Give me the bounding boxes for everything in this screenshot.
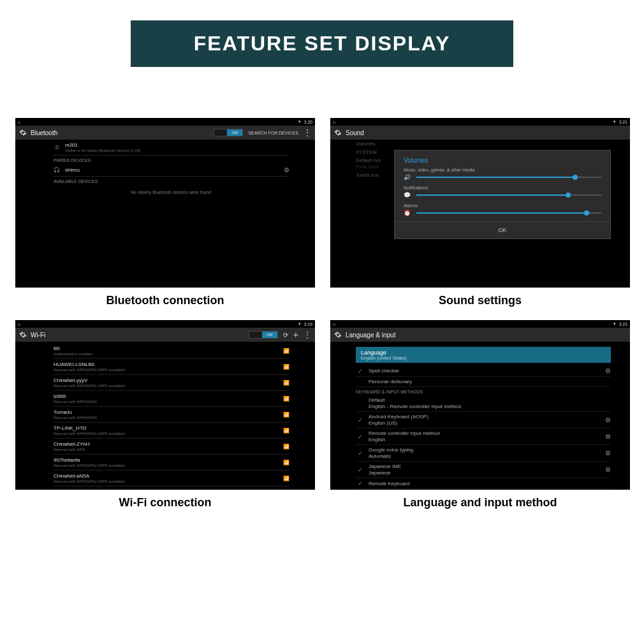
- search-devices-button[interactable]: SEARCH FOR DEVICES: [248, 131, 298, 135]
- device-self-row[interactable]: ✆m201Visible to all nearby Bluetooth dev…: [54, 140, 289, 156]
- clock: 3:21: [618, 120, 627, 124]
- screen-wifi: ⌂ ▾3:19 Wi-Fi ON ⟳ + ⋮ BKAuthentication …: [15, 320, 315, 490]
- input-method-row[interactable]: ✓Remote Keyboard: [356, 478, 611, 489]
- home-icon: ⌂: [333, 120, 335, 124]
- alarm-slider[interactable]: [416, 212, 601, 214]
- wifi-signal-icon: 📶: [283, 364, 289, 370]
- screen-sound: ⌂ ▾3:21 Sound Volumes SYSTEM Default not…: [330, 118, 630, 288]
- volumes-dialog: Volumes Music, video, games, & other med…: [394, 150, 611, 239]
- page-title: Bluetooth: [31, 129, 57, 136]
- settings-icon[interactable]: ⚙: [605, 450, 611, 457]
- clock: 3:20: [304, 120, 312, 124]
- default-kbd-row[interactable]: DefaultEnglish - Remote controller input…: [356, 395, 611, 412]
- settings-icon[interactable]: ⚙: [605, 367, 611, 374]
- caption-bluetooth: Bluetooth connection: [15, 294, 315, 307]
- cell-sound: ⌂ ▾3:21 Sound Volumes SYSTEM Default not…: [330, 118, 630, 307]
- screenshot-grid: ⌂ ▾3:20 Bluetooth ON SEARCH FOR DEVICES …: [0, 67, 644, 522]
- check-icon: ✓: [356, 417, 365, 423]
- gear-icon: [334, 331, 342, 339]
- check-icon: ✓: [356, 450, 365, 457]
- media-slider[interactable]: [416, 177, 601, 178]
- paired-section: PAIRED DEVICES: [54, 156, 289, 164]
- gear-icon: [19, 331, 27, 339]
- wifi-signal-icon: 📶: [283, 396, 289, 402]
- alarm-icon: ⏰: [404, 210, 411, 216]
- wifi-network-row[interactable]: ChinaNet-aN5ASecured with WPA/WPA2 (WPS …: [54, 471, 289, 487]
- wifi-status-icon: ▾: [613, 321, 616, 326]
- cell-wifi: ⌂ ▾3:19 Wi-Fi ON ⟳ + ⋮ BKAuthentication …: [15, 320, 315, 509]
- page-title: Wi-Fi: [31, 332, 45, 339]
- caption-sound: Sound settings: [330, 294, 630, 307]
- input-method-row[interactable]: ✓Japanese IMEJapanese⚙: [356, 462, 611, 478]
- settings-icon[interactable]: ⚙: [605, 416, 611, 423]
- page-title: Language & input: [346, 332, 395, 339]
- media-label: Music, video, games, & other media: [404, 168, 601, 172]
- ok-button[interactable]: OK: [395, 221, 610, 238]
- spell-checker-row[interactable]: ✓Spell checker ⚙: [356, 365, 611, 377]
- notif-slider[interactable]: [416, 194, 601, 196]
- wifi-network-row[interactable]: HUAWEI-LSNLB6Secured with WPA/WPA2 (WPS …: [54, 359, 289, 375]
- clock: 3:19: [304, 322, 312, 326]
- wifi-network-row[interactable]: ChinaNet-ZYhHSecured with WPA📶: [54, 439, 289, 455]
- input-method-row[interactable]: ✓Remote controller input methodEnglish⚙: [356, 428, 611, 445]
- gear-icon: [19, 129, 27, 136]
- settings-icon[interactable]: ⚙: [605, 466, 611, 473]
- personal-dict-row[interactable]: Personal dictionary: [356, 377, 611, 387]
- gear-icon: [334, 129, 342, 136]
- speaker-icon: 🔊: [404, 174, 411, 180]
- wifi-network-row[interactable]: BKAuthentication problem📶: [54, 343, 289, 359]
- dialog-title: Volumes: [404, 157, 601, 164]
- keyboard-section: KEYBOARD & INPUT METHODS: [356, 387, 611, 395]
- wifi-signal-icon: 📶: [283, 428, 289, 434]
- cell-bluetooth: ⌂ ▾3:20 Bluetooth ON SEARCH FOR DEVICES …: [15, 118, 315, 307]
- device-settings-icon[interactable]: ⚙: [284, 166, 289, 173]
- wifi-network-row[interactable]: TornadoSecured with WPA/WPA2📶: [54, 407, 289, 423]
- check-icon: ✓: [356, 434, 365, 440]
- wifi-signal-icon: 📶: [283, 444, 289, 450]
- home-icon: ⌂: [18, 120, 20, 124]
- speech-section: SPEECH: [356, 489, 611, 490]
- overflow-menu-icon[interactable]: ⋮: [304, 332, 311, 337]
- screen-lang: ⌂ ▾3:23 Language & input LanguageEnglish…: [330, 320, 630, 490]
- check-icon: ✓: [356, 480, 365, 487]
- banner-title: FEATURE SET DISPLAY: [131, 20, 513, 67]
- overflow-menu-icon[interactable]: ⋮: [304, 130, 311, 135]
- wifi-signal-icon: 📶: [283, 380, 289, 386]
- wifi-network-row[interactable]: 907helianfaSecured with WPA/WPA2 (WPS av…: [54, 455, 289, 471]
- statusbar: ⌂ ▾3:21: [330, 118, 630, 126]
- wifi-signal-icon: 📶: [283, 476, 289, 481]
- home-icon: ⌂: [18, 322, 20, 326]
- statusbar: ⌂ ▾3:19: [15, 320, 315, 328]
- wifi-toggle[interactable]: ON: [249, 331, 278, 339]
- statusbar: ⌂ ▾3:23: [330, 320, 630, 328]
- cell-lang: ⌂ ▾3:23 Language & input LanguageEnglish…: [330, 320, 630, 509]
- wifi-network-row[interactable]: lz888Secured with WPA/WPA2📶: [54, 391, 289, 407]
- header-lang: Language & input: [330, 328, 630, 342]
- wifi-status-icon: ▾: [613, 119, 616, 124]
- screen-bluetooth: ⌂ ▾3:20 Bluetooth ON SEARCH FOR DEVICES …: [15, 118, 315, 288]
- wifi-status-icon: ▾: [298, 321, 301, 326]
- add-network-icon[interactable]: +: [293, 330, 298, 340]
- no-devices-text: No nearby Bluetooth devices were found.: [54, 185, 289, 200]
- available-section: AVAILABLE DEVICES: [54, 177, 289, 185]
- check-icon: ✓: [356, 467, 365, 473]
- page-title: Sound: [346, 129, 364, 136]
- wifi-signal-icon: 📶: [283, 412, 289, 418]
- headphones-icon: 🎧: [54, 167, 60, 173]
- wifi-network-row[interactable]: TP-LINK_HTDSecured with WPA/WPA2 (WPS av…: [54, 423, 289, 439]
- paired-device-row[interactable]: 🎧shinco ⚙: [54, 164, 289, 177]
- header-sound: Sound: [330, 126, 630, 140]
- volumes-row: Volumes: [356, 140, 604, 148]
- wifi-status-icon: ▾: [298, 119, 301, 124]
- clock: 3:23: [618, 322, 627, 326]
- wifi-network-row[interactable]: ChinaNet-s4RuSecured with WPA/WPA2📶: [54, 487, 289, 490]
- wifi-network-row[interactable]: ChinaNet-yyyVSecured with WPA/WPA2 (WPS …: [54, 375, 289, 391]
- language-row[interactable]: LanguageEnglish (United States): [356, 347, 611, 363]
- input-method-row[interactable]: ✓Google voice typingAutomatic⚙: [356, 445, 611, 462]
- refresh-icon[interactable]: ⟳: [283, 332, 288, 339]
- input-method-row[interactable]: ✓Android Keyboard (AOSP)English (US)⚙: [356, 412, 611, 428]
- wifi-signal-icon: 📶: [283, 348, 289, 354]
- settings-icon[interactable]: ⚙: [605, 433, 611, 440]
- caption-lang: Language and input method: [330, 496, 630, 509]
- bluetooth-toggle[interactable]: ON: [214, 129, 243, 136]
